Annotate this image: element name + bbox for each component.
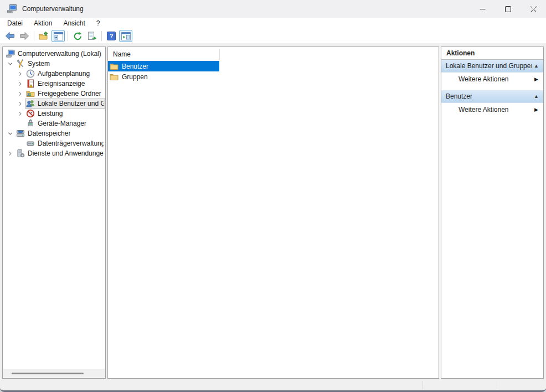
performance-icon xyxy=(26,109,35,118)
tree-item-geraete-manager[interactable]: Geräte-Manager xyxy=(3,118,105,128)
close-button[interactable] xyxy=(521,0,546,18)
chevron-slot-empty xyxy=(16,118,25,128)
window-controls xyxy=(470,0,546,18)
result-list-panel: Name Benutzer Gruppen xyxy=(107,47,439,379)
action-item-label: Weitere Aktionen xyxy=(459,106,509,114)
list-row-label: Benutzer xyxy=(122,63,148,70)
show-console-tree-toggle[interactable] xyxy=(51,30,65,42)
tree-item-label: Ereignisanzeige xyxy=(38,80,85,87)
refresh-button[interactable] xyxy=(71,30,84,42)
svg-text:?: ? xyxy=(110,33,114,39)
list-row-benutzer[interactable]: Benutzer xyxy=(108,61,219,71)
tree-item-datenspeicher[interactable]: Datenspeicher xyxy=(3,128,105,138)
export-list-button[interactable] xyxy=(85,30,99,42)
tree-item-datentraegerverwaltung[interactable]: Datenträgerverwaltung xyxy=(3,138,105,148)
list-row-gruppen[interactable]: Gruppen xyxy=(108,71,219,82)
chevron-right-icon[interactable] xyxy=(16,89,25,99)
tree-item-computerverwaltung[interactable]: Computerverwaltung (Lokal) xyxy=(3,49,105,59)
chevron-slot-empty xyxy=(16,138,25,148)
forward-icon xyxy=(19,32,29,40)
action-pane-icon xyxy=(121,32,131,40)
tree-item-label: Datenträgerverwaltung xyxy=(38,140,104,147)
chevron-right-icon[interactable] xyxy=(6,148,15,158)
tree-item-label: Datenspeicher xyxy=(28,130,70,137)
weitere-aktionen-item[interactable]: Weitere Aktionen ▶ xyxy=(441,103,543,116)
toolbar-separator xyxy=(34,31,34,41)
chevron-down-icon[interactable] xyxy=(6,128,15,138)
statusbar-divider xyxy=(497,381,497,389)
tree-horizontal-scrollbar[interactable] xyxy=(3,369,105,378)
menubar: Datei Aktion Ansicht ? xyxy=(0,18,546,29)
folder-icon xyxy=(110,73,119,81)
tree-item-freigegebene-ordner[interactable]: Freigegebene Ordner xyxy=(3,89,105,99)
task-scheduler-icon xyxy=(26,69,35,78)
actions-pane: Aktionen Lokale Benutzer und Gruppen ▲ W… xyxy=(441,47,544,379)
status-bar xyxy=(0,380,546,390)
tree-item-lokale-benutzer-und-gruppen[interactable]: Lokale Benutzer und Gruppen xyxy=(3,99,105,109)
shared-folders-icon xyxy=(26,89,35,98)
minimize-button[interactable] xyxy=(470,0,495,18)
actions-section-gap xyxy=(441,86,543,90)
toolbar: ? xyxy=(0,29,546,43)
close-icon xyxy=(530,6,537,12)
toolbar-separator xyxy=(101,31,102,41)
weitere-aktionen-item[interactable]: Weitere Aktionen ▶ xyxy=(441,73,543,86)
disk-management-icon xyxy=(26,139,35,148)
tree-item-system[interactable]: System xyxy=(3,59,105,69)
event-viewer-icon xyxy=(26,79,35,88)
chevron-up-icon[interactable]: ▲ xyxy=(534,63,539,69)
actions-pane-title: Aktionen xyxy=(441,47,543,60)
action-item-label: Weitere Aktionen xyxy=(459,75,509,83)
tree-item-label: Computerverwaltung (Lokal) xyxy=(18,50,101,58)
list-row-label: Gruppen xyxy=(122,73,148,81)
menu-ansicht[interactable]: Ansicht xyxy=(58,18,90,29)
console-tree-icon xyxy=(54,32,63,40)
chevron-up-icon[interactable]: ▲ xyxy=(534,94,539,99)
show-action-pane-toggle[interactable] xyxy=(119,30,132,42)
up-folder-icon xyxy=(39,32,49,40)
storage-icon xyxy=(16,129,25,138)
back-button[interactable] xyxy=(3,30,17,42)
forward-button[interactable] xyxy=(18,30,31,42)
tree-item-label: Freigegebene Ordner xyxy=(38,90,101,97)
chevron-right-icon: ▶ xyxy=(534,76,538,82)
refresh-icon xyxy=(73,32,83,41)
local-users-groups-icon xyxy=(26,99,35,108)
actions-section-lokale-benutzer-und-gruppen[interactable]: Lokale Benutzer und Gruppen ▲ xyxy=(441,60,543,73)
help-button[interactable]: ? xyxy=(105,30,118,42)
console-tree-panel: Computerverwaltung (Lokal) System xyxy=(2,47,106,379)
export-list-icon xyxy=(87,32,97,41)
list-column-header[interactable]: Name xyxy=(108,47,439,61)
actions-section-benutzer[interactable]: Benutzer ▲ xyxy=(441,90,543,103)
tree-item-label: Lokale Benutzer und Gruppen xyxy=(38,100,104,107)
up-one-level-button[interactable] xyxy=(37,30,50,42)
menu-datei[interactable]: Datei xyxy=(2,18,28,29)
scrollbar-thumb[interactable] xyxy=(12,373,84,374)
tree-item-label: Aufgabenplanung xyxy=(38,70,90,78)
tree-item-leistung[interactable]: Leistung xyxy=(3,109,105,118)
actions-section-label: Lokale Benutzer und Gruppen xyxy=(446,62,532,70)
selected-tree-item: Lokale Benutzer und Gruppen xyxy=(25,99,105,109)
column-divider[interactable] xyxy=(219,49,220,60)
tree-item-label: Dienste und Anwendungen xyxy=(28,149,104,157)
column-header-name[interactable]: Name xyxy=(113,50,131,58)
chevron-down-icon[interactable] xyxy=(6,59,15,69)
tree-item-ereignisanzeige[interactable]: Ereignisanzeige xyxy=(3,79,105,89)
chevron-right-icon[interactable] xyxy=(16,109,25,118)
toolbar-separator xyxy=(68,31,68,41)
actions-section-label: Benutzer xyxy=(446,92,532,100)
chevron-right-icon[interactable] xyxy=(16,99,25,109)
minimize-icon xyxy=(480,6,486,12)
console-tree: Computerverwaltung (Lokal) System xyxy=(3,47,105,158)
maximize-button[interactable] xyxy=(495,0,521,18)
tree-item-dienste-und-anwendungen[interactable]: Dienste und Anwendungen xyxy=(3,148,105,158)
menu-help[interactable]: ? xyxy=(91,18,106,29)
chevron-right-icon[interactable] xyxy=(16,79,25,89)
folder-icon xyxy=(110,62,119,71)
tree-item-label: Geräte-Manager xyxy=(38,120,86,127)
chevron-right-icon[interactable] xyxy=(16,69,25,79)
tree-item-aufgabenplanung[interactable]: Aufgabenplanung xyxy=(3,69,105,79)
system-tools-icon xyxy=(16,59,25,68)
tree-item-label: System xyxy=(28,60,50,68)
menu-aktion[interactable]: Aktion xyxy=(28,18,58,29)
